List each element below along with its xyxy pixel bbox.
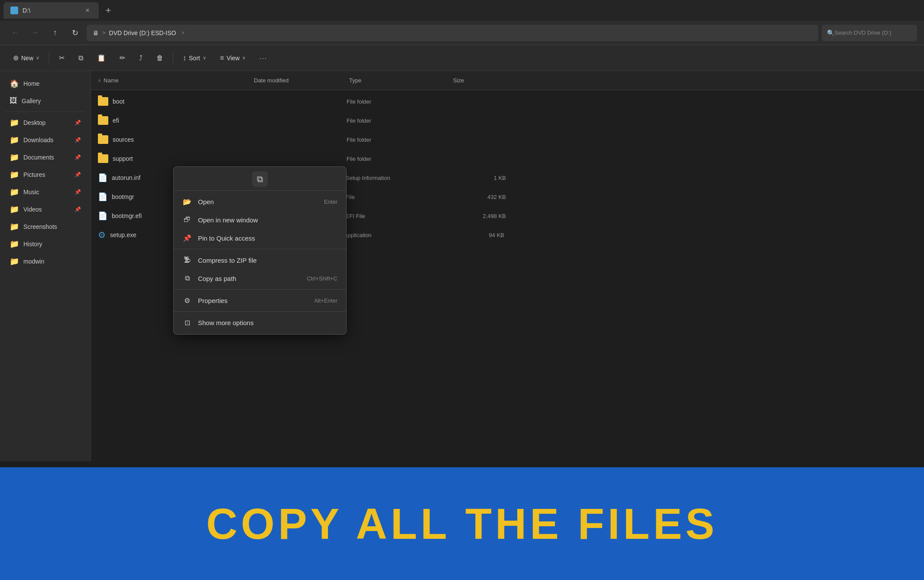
file-size: 1 KB xyxy=(450,175,506,181)
col-header-date[interactable]: Date modified xyxy=(254,77,349,84)
sort-button[interactable]: ↕ Sort ∨ xyxy=(177,49,212,67)
sidebar-label-gallery: Gallery xyxy=(22,98,41,104)
file-type: File folder xyxy=(347,98,451,105)
screenshots-icon: 📁 xyxy=(10,222,19,231)
sidebar-item-documents[interactable]: 📁 Documents 📌 xyxy=(3,149,88,166)
home-icon: 🏠 xyxy=(10,79,19,88)
context-divider-top xyxy=(174,190,346,191)
col-header-size[interactable]: Size xyxy=(453,77,509,84)
context-compress-zip[interactable]: 🗜 Compress to ZIP file xyxy=(174,251,346,269)
up-button[interactable]: ↑ xyxy=(47,25,63,41)
pin-icon-videos: 📌 xyxy=(75,206,81,212)
copy-button[interactable]: ⧉ xyxy=(72,49,89,67)
paste-button[interactable]: 📋 xyxy=(91,49,112,67)
forward-button[interactable]: → xyxy=(27,25,43,41)
tab-title: D:\ xyxy=(23,7,30,14)
main-layout: 🏠 Home 🖼 Gallery 📁 Desktop 📌 📁 Downloads… xyxy=(0,71,924,461)
address-bar[interactable]: 🖥 > DVD Drive (D:) ESD-ISO > xyxy=(87,25,818,41)
sidebar-label-downloads: Downloads xyxy=(23,137,53,143)
copy-icon: ⧉ xyxy=(78,54,83,62)
sidebar-item-home[interactable]: 🏠 Home xyxy=(3,75,88,92)
file-icon: 📄 xyxy=(98,211,107,221)
file-type: Application xyxy=(344,232,448,238)
context-copy-path-shortcut: Ctrl+Shift+C xyxy=(307,275,337,282)
col-header-type[interactable]: Type xyxy=(349,77,453,84)
sidebar-label-music: Music xyxy=(23,189,39,196)
sidebar-label-home: Home xyxy=(23,80,39,87)
computer-icon: 🖥 xyxy=(93,29,99,36)
sidebar-item-videos[interactable]: 📁 Videos 📌 xyxy=(3,201,88,218)
sidebar-item-modwin[interactable]: 📁 modwin xyxy=(3,253,88,270)
sidebar-label-screenshots: Screenshots xyxy=(23,223,57,230)
sidebar-item-downloads[interactable]: 📁 Downloads 📌 xyxy=(3,132,88,148)
search-icon: 🔍 xyxy=(827,29,834,36)
cut-icon: ✂ xyxy=(59,54,65,62)
file-row[interactable]: boot File folder xyxy=(91,92,924,111)
sidebar-divider-1 xyxy=(5,111,85,112)
context-divider-props xyxy=(174,289,346,290)
col-date-label: Date modified xyxy=(254,77,289,84)
pictures-icon: 📁 xyxy=(10,170,19,179)
active-tab[interactable]: D:\ ✕ xyxy=(3,2,99,19)
cut-button[interactable]: ✂ xyxy=(53,49,71,67)
file-size: 2,498 KB xyxy=(450,213,506,219)
context-show-more[interactable]: ⊡ Show more options xyxy=(174,313,346,332)
new-button[interactable]: ⊕ New ∨ xyxy=(7,49,45,67)
documents-icon: 📁 xyxy=(10,153,19,162)
share-button[interactable]: ⤴ xyxy=(133,49,149,67)
context-new-window-label: Open in new window xyxy=(198,216,258,224)
more-button[interactable]: ··· xyxy=(253,49,273,67)
sidebar-label-history: History xyxy=(23,241,42,248)
col-name-label: Name xyxy=(104,77,119,84)
modwin-icon: 📁 xyxy=(10,257,19,266)
tab-bar: D:\ ✕ + xyxy=(0,0,924,21)
new-arrow: ∨ xyxy=(36,55,39,61)
open-icon: 📂 xyxy=(182,197,192,206)
context-copy-path[interactable]: ⧉ Copy as path Ctrl+Shift+C xyxy=(174,269,346,287)
delete-icon: 🗑 xyxy=(156,54,163,62)
toolbar-sep-2 xyxy=(173,52,173,65)
file-row[interactable]: support File folder xyxy=(91,149,924,168)
view-button[interactable]: ≡ View ∨ xyxy=(214,49,252,67)
col-type-label: Type xyxy=(349,77,361,84)
context-open[interactable]: 📂 Open Enter xyxy=(174,192,346,211)
back-button[interactable]: ← xyxy=(7,25,23,41)
refresh-button[interactable]: ↻ xyxy=(67,25,83,41)
search-placeholder: Search DVD Drive (D:) xyxy=(834,29,891,36)
toolbar: ⊕ New ∨ ✂ ⧉ 📋 ✏ ⤴ 🗑 ↕ Sort ∨ ≡ View ∨ ··… xyxy=(0,45,924,71)
context-properties-label: Properties xyxy=(198,297,227,304)
context-open-shortcut: Enter xyxy=(324,199,337,205)
sidebar-item-pictures[interactable]: 📁 Pictures 📌 xyxy=(3,166,88,183)
sidebar-item-desktop[interactable]: 📁 Desktop 📌 xyxy=(3,114,88,131)
context-open-new-window[interactable]: 🗗 Open in new window xyxy=(174,211,346,229)
context-divider-mid xyxy=(174,249,346,249)
context-copy-icon-box: ⧉ xyxy=(252,171,268,187)
sidebar-item-music[interactable]: 📁 Music 📌 xyxy=(3,184,88,200)
file-icon: 📄 xyxy=(98,173,107,182)
file-row[interactable]: sources File folder xyxy=(91,130,924,149)
copy-path-icon: ⧉ xyxy=(182,274,192,283)
new-tab-button[interactable]: + xyxy=(101,3,116,18)
exe-icon: ⚙ xyxy=(98,230,106,240)
sidebar-item-gallery[interactable]: 🖼 Gallery xyxy=(3,93,88,109)
file-row[interactable]: efi File folder xyxy=(91,111,924,130)
file-type: File folder xyxy=(347,117,451,124)
col-header-name[interactable]: ∧ Name xyxy=(98,77,254,84)
context-pin-quick-access[interactable]: 📌 Pin to Quick access xyxy=(174,229,346,247)
context-copy-path-label: Copy as path xyxy=(198,275,236,282)
col-size-label: Size xyxy=(453,77,464,84)
sort-arrow-name: ∧ xyxy=(98,78,101,83)
music-icon: 📁 xyxy=(10,187,19,197)
rename-button[interactable]: ✏ xyxy=(113,49,131,67)
folder-icon xyxy=(98,97,108,106)
delete-button[interactable]: 🗑 xyxy=(150,49,169,67)
context-divider-more xyxy=(174,311,346,312)
sidebar-item-screenshots[interactable]: 📁 Screenshots xyxy=(3,218,88,235)
tab-close-button[interactable]: ✕ xyxy=(83,6,92,15)
file-icon: 📄 xyxy=(98,192,107,202)
sidebar-item-history[interactable]: 📁 History xyxy=(3,236,88,252)
context-properties[interactable]: ⚙ Properties Alt+Enter xyxy=(174,291,346,310)
search-bar[interactable]: 🔍 Search DVD Drive (D:) xyxy=(822,25,917,41)
context-pin-label: Pin to Quick access xyxy=(198,235,255,242)
pin-quick-access-icon: 📌 xyxy=(182,233,192,243)
